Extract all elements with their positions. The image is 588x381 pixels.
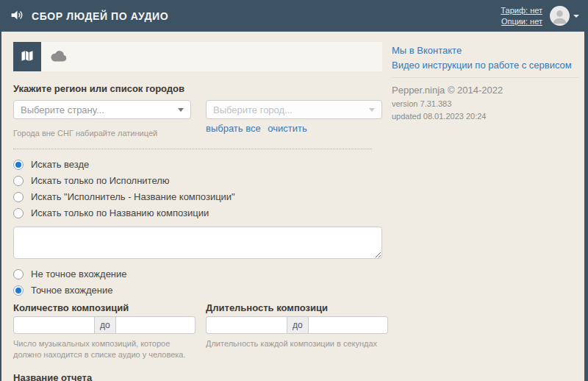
country-select[interactable]: Выберите страну...: [13, 100, 191, 119]
clear-link[interactable]: очистить: [268, 123, 306, 134]
vk-link[interactable]: Мы в Вконтакте: [392, 45, 579, 56]
video-instructions-link[interactable]: Видео инструкции по работе с сервисом: [392, 60, 579, 71]
radio-inexact-match[interactable]: Не точное вхождение: [13, 268, 382, 279]
count-min-input[interactable]: [13, 316, 94, 334]
radio-icon: [13, 269, 24, 279]
chevron-down-icon: [573, 15, 579, 18]
duration-max-input[interactable]: [309, 316, 388, 334]
updated-text: updated 08.01.2023 20:24: [392, 112, 579, 121]
match-type-group: Не точное вхождение Точное вхождение: [13, 268, 382, 296]
count-hint: Число музыкальных композиций, которое до…: [13, 338, 193, 360]
copyright-text: Pepper.ninja © 2014-2022: [392, 77, 579, 96]
options-link[interactable]: Опции: нет: [501, 17, 542, 26]
radio-icon: [13, 208, 24, 218]
avatar: [550, 6, 570, 26]
duration-label: Длительность композици: [206, 302, 381, 313]
radio-icon: [13, 192, 24, 202]
version-text: version 7.31.383: [392, 99, 579, 108]
tab-map[interactable]: [13, 42, 41, 71]
country-hint: Города вне СНГ набирайте латиницей: [13, 129, 191, 138]
country-placeholder: Выберите страну...: [21, 104, 178, 115]
city-placeholder: Выберите город...: [213, 104, 369, 115]
user-menu[interactable]: [550, 6, 579, 26]
count-to-label: до: [94, 316, 116, 334]
report-name-label: Название отчета: [13, 372, 382, 381]
duration-hint: Длительность каждой композиции в секунда…: [206, 338, 381, 349]
duration-to-label: до: [287, 316, 309, 334]
chevron-down-icon: [178, 108, 184, 112]
page-title: СБОР ЛЮДЕЙ ПО АУДИО: [32, 10, 168, 22]
city-select[interactable]: Выберите город...: [206, 100, 382, 119]
info-column: Мы в Вконтакте Видео инструкции по работ…: [392, 45, 579, 121]
dotted-divider: [13, 149, 372, 149]
select-all-link[interactable]: выбрать все: [206, 123, 261, 134]
radio-icon: [13, 160, 24, 170]
keywords-textarea[interactable]: [13, 227, 382, 259]
page-title-block: СБОР ЛЮДЕЙ ПО АУДИО: [0, 8, 168, 24]
form-column: Укажите регион или список городов Выбери…: [13, 42, 382, 381]
duration-min-input[interactable]: [206, 316, 287, 334]
radio-exact-match[interactable]: Точное вхождение: [13, 285, 382, 296]
search-scope-group: Искать везде Искать только по Исполнител…: [13, 159, 382, 218]
tab-cloud[interactable]: [50, 49, 68, 65]
chevron-down-icon: [369, 108, 375, 112]
main-page: Мы в Вконтакте Видео инструкции по работ…: [1, 32, 584, 381]
mode-iconbar: [13, 42, 382, 71]
radio-search-artist[interactable]: Искать только по Исполнителю: [13, 175, 382, 186]
tariff-link[interactable]: Тариф: нет: [501, 6, 542, 15]
radio-search-everywhere[interactable]: Искать везде: [13, 159, 382, 170]
map-icon: [20, 49, 35, 65]
speaker-icon: [10, 8, 24, 24]
count-max-input[interactable]: [116, 316, 196, 334]
count-label: Количество композиций: [13, 302, 193, 313]
radio-search-artist-title[interactable]: Искать "Исполнитель - Название композици…: [13, 191, 382, 202]
cloud-icon: [50, 49, 68, 65]
radio-search-title[interactable]: Искать только по Названию композиции: [13, 207, 382, 218]
radio-icon: [13, 176, 24, 186]
app-header: СБОР ЛЮДЕЙ ПО АУДИО Тариф: нет Опции: не…: [0, 0, 588, 32]
region-section-label: Укажите регион или список городов: [13, 83, 382, 94]
radio-icon: [13, 285, 24, 296]
